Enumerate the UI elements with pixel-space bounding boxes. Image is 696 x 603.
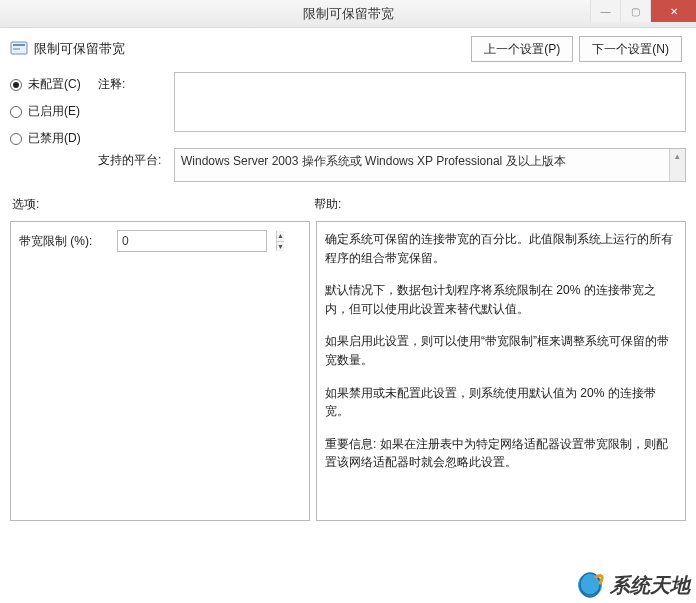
- help-paragraph: 确定系统可保留的连接带宽的百分比。此值限制系统上运行的所有程序的组合带宽保留。: [325, 230, 677, 267]
- radio-indicator-icon: [10, 106, 22, 118]
- comment-textarea[interactable]: [174, 72, 686, 132]
- setting-name-label: 限制可保留带宽: [34, 40, 465, 58]
- help-section-label: 帮助:: [314, 196, 341, 213]
- radio-enabled[interactable]: 已启用(E): [10, 103, 98, 120]
- watermark: 系统天地: [576, 571, 690, 599]
- help-paragraph: 如果启用此设置，则可以使用“带宽限制”框来调整系统可保留的带宽数量。: [325, 332, 677, 369]
- help-paragraph: 重要信息: 如果在注册表中为特定网络适配器设置带宽限制，则配置该网络适配器时就会…: [325, 435, 677, 472]
- spinner-up-button[interactable]: ▲: [277, 231, 284, 242]
- help-paragraph: 默认情况下，数据包计划程序将系统限制在 20% 的连接带宽之内，但可以使用此设置…: [325, 281, 677, 318]
- radio-label: 未配置(C): [28, 76, 81, 93]
- minimize-button[interactable]: —: [590, 0, 620, 22]
- previous-setting-button[interactable]: 上一个设置(P): [471, 36, 573, 62]
- globe-icon: [576, 571, 604, 599]
- window-controls: — ▢ ✕: [590, 0, 696, 22]
- close-button[interactable]: ✕: [650, 0, 696, 22]
- options-section-label: 选项:: [12, 196, 314, 213]
- maximize-button[interactable]: ▢: [620, 0, 650, 22]
- spinner-down-button[interactable]: ▼: [277, 242, 284, 252]
- supported-platform-text: Windows Server 2003 操作系统或 Windows XP Pro…: [181, 154, 566, 168]
- radio-not-configured[interactable]: 未配置(C): [10, 76, 98, 93]
- radio-disabled[interactable]: 已禁用(D): [10, 130, 98, 147]
- supported-platform-box: Windows Server 2003 操作系统或 Windows XP Pro…: [174, 148, 686, 182]
- help-panel: 确定系统可保留的连接带宽的百分比。此值限制系统上运行的所有程序的组合带宽保留。 …: [316, 221, 686, 521]
- bandwidth-limit-spinner[interactable]: ▲ ▼: [117, 230, 267, 252]
- bandwidth-limit-label: 带宽限制 (%):: [19, 233, 109, 250]
- options-panel: 带宽限制 (%): ▲ ▼: [10, 221, 310, 521]
- platform-field-label: 支持的平台:: [98, 148, 166, 182]
- bandwidth-limit-input[interactable]: [118, 231, 276, 251]
- radio-indicator-icon: [10, 133, 22, 145]
- help-paragraph: 如果禁用或未配置此设置，则系统使用默认值为 20% 的连接带宽。: [325, 384, 677, 421]
- next-setting-button[interactable]: 下一个设置(N): [579, 36, 682, 62]
- policy-icon: [10, 40, 28, 58]
- window-titlebar: 限制可保留带宽 — ▢ ✕: [0, 0, 696, 28]
- watermark-text: 系统天地: [610, 572, 690, 599]
- radio-label: 已启用(E): [28, 103, 80, 120]
- svg-rect-2: [13, 48, 20, 50]
- platform-scrollbar[interactable]: ▴: [669, 149, 685, 181]
- svg-rect-1: [13, 44, 25, 46]
- state-radio-group: 未配置(C) 已启用(E) 已禁用(D): [10, 72, 98, 147]
- radio-label: 已禁用(D): [28, 130, 81, 147]
- comment-field-label: 注释:: [98, 72, 166, 132]
- radio-indicator-icon: [10, 79, 22, 91]
